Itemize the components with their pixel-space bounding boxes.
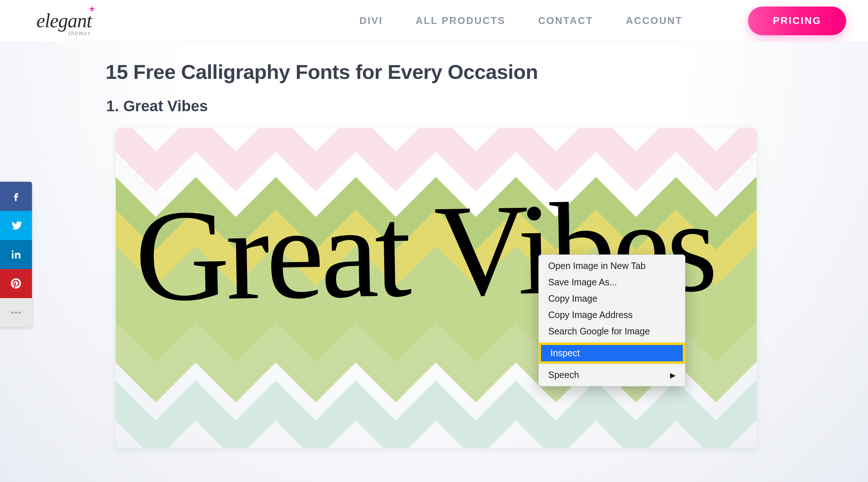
ctx-speech[interactable]: Speech ▶: [539, 367, 685, 383]
ctx-separator: [539, 342, 685, 342]
share-pinterest[interactable]: [0, 269, 32, 298]
share-more[interactable]: [0, 298, 32, 327]
share-twitter[interactable]: [0, 211, 32, 240]
article-content: 15 Free Calligraphy Fonts for Every Occa…: [0, 42, 868, 448]
ctx-search-google-image[interactable]: Search Google for Image: [539, 323, 685, 340]
svg-point-0: [11, 312, 13, 314]
ctx-speech-label: Speech: [548, 370, 579, 380]
article-title: 15 Free Calligraphy Fonts for Every Occa…: [105, 60, 763, 84]
brand-name: elegant: [36, 11, 92, 31]
nav-all-products[interactable]: ALL PRODUCTS: [415, 15, 505, 27]
section-heading: 1. Great Vibes: [106, 97, 763, 115]
share-linkedin[interactable]: [0, 240, 32, 269]
primary-nav: DIVI ALL PRODUCTS CONTACT ACCOUNT PRICIN…: [359, 7, 846, 35]
submenu-arrow-icon: ▶: [670, 371, 676, 379]
social-share-rail: [0, 182, 32, 327]
more-icon: [10, 306, 22, 319]
nav-contact[interactable]: CONTACT: [538, 15, 593, 27]
nav-account[interactable]: ACCOUNT: [626, 15, 682, 27]
ctx-save-image-as[interactable]: Save Image As...: [539, 274, 685, 290]
brand-logo[interactable]: elegant * themes: [36, 11, 92, 31]
svg-point-2: [19, 312, 21, 314]
ctx-copy-image[interactable]: Copy Image: [539, 290, 685, 307]
svg-point-1: [15, 312, 17, 314]
ctx-open-image-new-tab[interactable]: Open Image in New Tab: [539, 258, 685, 274]
context-menu: Open Image in New Tab Save Image As... C…: [538, 254, 685, 386]
ctx-inspect-highlight: Inspect: [539, 343, 685, 363]
brand-star-icon: *: [89, 5, 95, 18]
top-nav: elegant * themes DIVI ALL PRODUCTS CONTA…: [0, 0, 868, 42]
linkedin-icon: [10, 248, 22, 261]
pricing-button[interactable]: PRICING: [748, 7, 846, 35]
ctx-inspect[interactable]: Inspect: [541, 345, 683, 361]
ctx-separator: [539, 364, 685, 364]
twitter-icon: [10, 219, 22, 232]
pinterest-icon: [10, 277, 22, 290]
nav-divi[interactable]: DIVI: [359, 15, 383, 27]
facebook-icon: [10, 190, 22, 202]
brand-subtitle: themes: [68, 29, 91, 37]
share-facebook[interactable]: [0, 182, 32, 211]
ctx-copy-image-address[interactable]: Copy Image Address: [539, 307, 685, 323]
